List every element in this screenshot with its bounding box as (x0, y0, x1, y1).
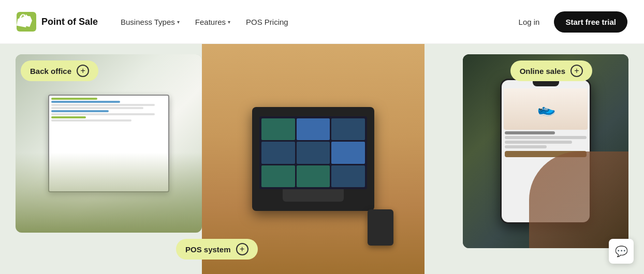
pos-cell-5 (297, 142, 330, 163)
pos-col-3 (331, 118, 365, 187)
nav-logo[interactable]: Point of Sale (17, 12, 98, 32)
shopify-logo-icon (17, 12, 36, 32)
pos-col-2 (297, 118, 330, 187)
shoe-product-icon: 👟 (535, 98, 557, 119)
pos-cell-1 (261, 118, 295, 140)
laptop-row-blue (51, 101, 120, 103)
nav-link-features[interactable]: Features ▾ (189, 13, 237, 31)
panel-online-sales: 👟 (463, 54, 628, 248)
nav-link-pos-pricing[interactable]: POS Pricing (240, 13, 295, 31)
laptop-row-green (51, 98, 97, 100)
nav-brand-text: Point of Sale (41, 17, 98, 27)
chevron-down-icon: ▾ (177, 19, 180, 25)
laptop-row-2 (51, 107, 143, 109)
label-pos-system[interactable]: POS system + (176, 239, 258, 260)
phone-text-2 (505, 136, 587, 139)
nav-actions: Log in Start free trial (513, 11, 627, 33)
main-content: 👟 Back office + Online sales + (0, 44, 644, 274)
chevron-down-icon: ▾ (228, 19, 230, 25)
pos-cell-2 (261, 142, 295, 163)
hands-overlay (16, 153, 202, 233)
laptop-row-6 (51, 119, 131, 121)
phone-product-image: 👟 (504, 88, 588, 130)
pos-cell-3 (261, 165, 295, 187)
phone-text-1 (505, 131, 555, 134)
back-office-expand-button[interactable]: + (77, 65, 89, 77)
start-free-trial-button[interactable]: Start free trial (554, 11, 627, 33)
laptop-row-4 (51, 113, 155, 115)
laptop-row-5 (51, 116, 86, 118)
laptop-row-3 (51, 110, 109, 112)
pos-screen (259, 116, 367, 189)
pos-cell-7 (331, 118, 365, 140)
phone-content: 👟 (502, 86, 590, 160)
pos-system-expand-button[interactable]: + (236, 243, 248, 255)
phone-text-4 (505, 145, 547, 148)
phone-image: 👟 (463, 54, 628, 248)
pos-cell-8 (331, 142, 365, 163)
online-sales-expand-button[interactable]: + (570, 65, 583, 77)
hand-overlay (529, 151, 628, 249)
label-back-office[interactable]: Back office + (21, 60, 98, 81)
panels-container: 👟 Back office + Online sales + (0, 44, 644, 274)
nav-link-business-types[interactable]: Business Types ▾ (114, 13, 186, 31)
laptop-row-1 (51, 104, 155, 106)
pos-base (283, 189, 344, 202)
pos-cell-4 (297, 118, 330, 140)
login-button[interactable]: Log in (513, 13, 546, 31)
phone-text-3 (505, 141, 572, 144)
nav-links: Business Types ▾ Features ▾ POS Pricing (114, 13, 496, 31)
pos-cell-6 (297, 165, 330, 187)
chat-icon: 💬 (615, 245, 628, 257)
pos-device (252, 107, 375, 210)
pos-col-1 (261, 118, 295, 187)
pos-small-device (368, 209, 393, 246)
chat-button[interactable]: 💬 (609, 239, 634, 264)
label-online-sales[interactable]: Online sales + (510, 60, 592, 81)
pos-cell-9 (331, 165, 365, 187)
navbar: Point of Sale Business Types ▾ Features … (0, 0, 644, 44)
